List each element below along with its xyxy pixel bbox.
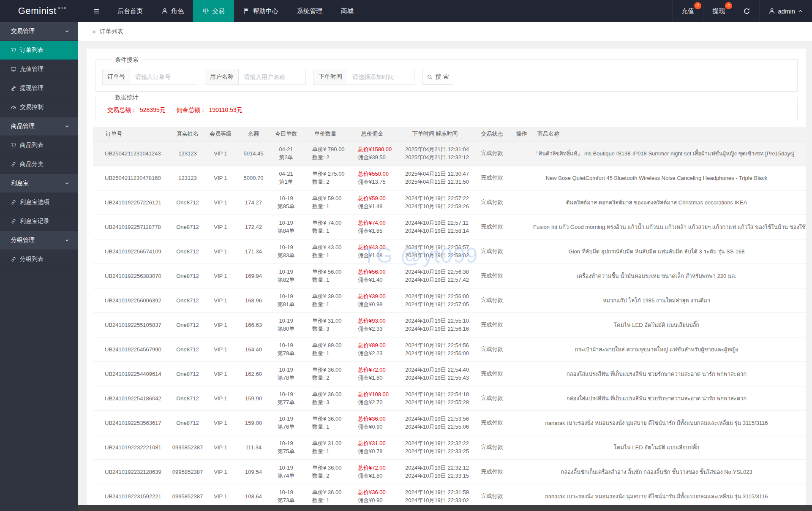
sidebar-group-trade-management[interactable]: 交易管理 xyxy=(0,22,78,41)
cell-times: 2025年04月21日 12:30:472025年04月21日 12:31:50 xyxy=(396,166,474,190)
sidebar-item-lixibao-records[interactable]: 利息宝记录 xyxy=(0,212,78,231)
nav-item-system-management[interactable]: 系统管理 xyxy=(288,0,332,22)
username-input[interactable] xyxy=(238,69,306,85)
sidebar-item-label: 交易控制 xyxy=(20,103,44,111)
cell-real-name: One8712 xyxy=(171,264,204,288)
cell-level: VIP 1 xyxy=(204,313,237,337)
main-nav: 后台首页角色交易帮助中心系统管理商城 xyxy=(108,0,363,22)
gavel-icon xyxy=(11,85,16,91)
cell-product-name: กล่องใส่แปรงสีฟัน ที่เก็บแปรงสีฟัน ช่วยร… xyxy=(533,362,806,386)
nav-item-dashboard[interactable]: 后台首页 xyxy=(108,0,152,22)
user-menu[interactable]: admin xyxy=(759,0,812,22)
cell-actions xyxy=(510,239,533,264)
flag-icon xyxy=(243,8,250,14)
cell-real-name: 123123 xyxy=(171,166,204,190)
content-card: 条件搜索 订单号 用户名称 下单时间 搜 索 xyxy=(87,49,806,505)
nav-item-mall[interactable]: 商城 xyxy=(332,0,363,22)
person-icon xyxy=(768,8,775,14)
screen-icon xyxy=(11,66,16,72)
cell-product-name: nanarak เบาะรองนั่ง หมอนรองนั่ง นุ่มสบาย… xyxy=(533,410,806,435)
column-header-order_no: 订单号 xyxy=(93,127,171,141)
sidebar-item-product-category[interactable]: 商品分类 xyxy=(0,155,78,174)
commission-total-label: 佣金总额： xyxy=(177,106,206,114)
sidebar-item-label: 商品列表 xyxy=(20,141,44,149)
cell-order-no: UB2410192231592221 xyxy=(93,484,171,505)
column-header-real_name: 真实姓名 xyxy=(171,127,204,141)
cell-actions xyxy=(510,337,533,362)
table-row: UB2410192257118778One8712VIP 1172.4210-1… xyxy=(93,215,806,239)
cell-real-name: One8712 xyxy=(171,190,204,215)
table-row: UB24101922321286390995852387VIP 1109.541… xyxy=(93,459,806,484)
cell-actions xyxy=(510,166,533,190)
cell-actions xyxy=(510,313,533,337)
cell-balance: 174.27 xyxy=(237,190,270,215)
cell-level: VIP 1 xyxy=(204,141,237,166)
sidebar-group-lixibao[interactable]: 利息宝 xyxy=(0,174,78,193)
sidebar-group-product-management[interactable]: 商品管理 xyxy=(0,117,78,136)
cell-total-commission: 总价¥36.00佣金¥0.90 xyxy=(349,484,396,505)
cell-order-no: UB2410192256006392 xyxy=(93,288,171,313)
cell-times: 2024年10月19日 22:56:572024年10月19日 22:58:02 xyxy=(396,239,474,264)
chevron-down-icon xyxy=(65,238,70,243)
cell-product-name: New Bose QuietComfort 45 Bluetooth Wirel… xyxy=(533,166,806,190)
cell-times: 2024年10月19日 22:57:222024年10月19日 22:58:26 xyxy=(396,190,474,215)
cart-icon xyxy=(11,142,16,148)
table-row: UB2410192254186042One8712VIP 1159.9010-1… xyxy=(93,386,806,410)
recharge-nav-item[interactable]: 充值 2 xyxy=(672,0,703,22)
cell-today-orders: 10-19第80单 xyxy=(270,313,302,337)
withdraw-nav-item[interactable]: 提现 4 xyxy=(703,0,734,22)
order-time-input[interactable] xyxy=(347,69,414,85)
recharge-badge: 2 xyxy=(694,2,701,9)
sidebar-item-recharge-management[interactable]: 充值管理 xyxy=(0,60,78,79)
column-header-balance: 余额 xyxy=(237,127,270,141)
cell-real-name: 123123 xyxy=(171,141,204,166)
cell-unit-qty: 单价¥ 56.00数量: 1 xyxy=(302,264,349,288)
table-row: UB2410192255105837One8712VIP 1166.6310-1… xyxy=(93,313,806,337)
cell-balance: 164.40 xyxy=(237,337,270,362)
scales-icon xyxy=(202,8,209,14)
cell-status: 完成付款 xyxy=(474,459,510,484)
cell-today-orders: 10-19第82单 xyxy=(270,264,302,288)
sidebar-item-order-list[interactable]: 订单列表 xyxy=(0,41,78,60)
sidebar-item-product-list[interactable]: 商品列表 xyxy=(0,136,78,155)
cell-status: 完成付款 xyxy=(474,288,510,313)
cell-order-no: UB2410192256574109 xyxy=(93,239,171,264)
cell-level: VIP 1 xyxy=(204,386,237,410)
nav-item-help-center[interactable]: 帮助中心 xyxy=(234,0,288,22)
sidebar-item-label: 订单列表 xyxy=(20,46,44,54)
nav-item-label: 角色 xyxy=(171,7,184,15)
cell-actions xyxy=(510,435,533,459)
cell-product-name: Fusion Int แก้ว Good morning ทรงอ้วน แก้… xyxy=(533,215,806,239)
order-no-input[interactable] xyxy=(130,69,197,85)
recharge-label: 充值 xyxy=(681,7,694,15)
cell-unit-qty: 单价¥ 74.00数量: 1 xyxy=(302,215,349,239)
refresh-icon xyxy=(743,8,750,15)
cell-status: 完成付款 xyxy=(474,435,510,459)
cell-order-no: UB2410192254567990 xyxy=(93,337,171,362)
nav-item-label: 商城 xyxy=(341,7,354,15)
nav-item-roles[interactable]: 角色 xyxy=(152,0,193,22)
sidebar-group-group-management[interactable]: 分组管理 xyxy=(0,231,78,250)
cell-balance: 172.42 xyxy=(237,215,270,239)
sidebar-item-withdraw-management[interactable]: 提现管理 xyxy=(0,79,78,98)
sidebar-item-label: 利息宝记录 xyxy=(20,217,49,225)
sidebar-item-lixibao-options[interactable]: 利息宝选项 xyxy=(0,193,78,212)
cell-real-name: One8712 xyxy=(171,362,204,386)
refresh-button[interactable] xyxy=(734,0,759,22)
cell-real-name: One8712 xyxy=(171,386,204,410)
cell-actions xyxy=(510,459,533,484)
search-panel: 条件搜索 订单号 用户名称 下单时间 搜 索 xyxy=(95,59,798,92)
search-button[interactable]: 搜 索 xyxy=(422,69,453,85)
cell-order-no: UB2410192253563617 xyxy=(93,410,171,435)
stats-panel-legend: 数据统计 xyxy=(111,93,143,101)
sidebar-item-label: 提现管理 xyxy=(20,84,44,92)
cell-times: 2024年10月19日 22:55:102024年10月19日 22:56:16 xyxy=(396,313,474,337)
sidebar-item-group-list[interactable]: 分组列表 xyxy=(0,250,78,269)
cell-product-name: เครื่องทำความชื้น น้ำมันหอมระเหย ขนาดเล็… xyxy=(533,264,806,288)
horizontal-scrollbar[interactable] xyxy=(78,505,812,511)
cell-today-orders: 10-19第73单 xyxy=(270,484,302,505)
nav-item-trade[interactable]: 交易 xyxy=(193,0,234,22)
sidebar-item-trade-control[interactable]: 交易控制 xyxy=(0,98,78,117)
sidebar-toggle-button[interactable] xyxy=(84,0,108,22)
cell-unit-qty: 单价¥ 89.00数量: 1 xyxy=(302,337,349,362)
